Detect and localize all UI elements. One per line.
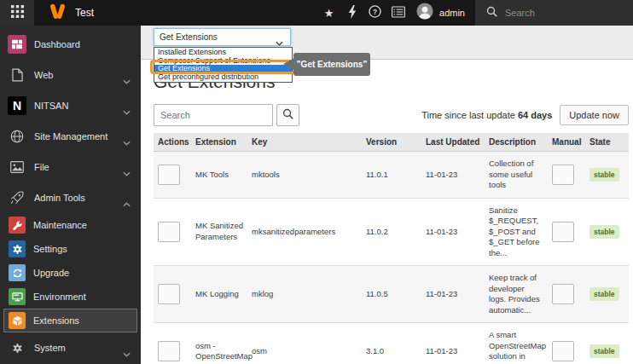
- manual-button[interactable]: [552, 341, 574, 361]
- monitor-icon: [9, 288, 26, 305]
- dropdown-option[interactable]: Installed Extensions: [154, 49, 292, 57]
- site-title: Test: [75, 7, 94, 19]
- column-header: Last Updated: [421, 133, 485, 152]
- sidebar-item-web[interactable]: Web: [0, 60, 141, 90]
- extension-description: Keep track of developer logs. Provides a…: [485, 266, 548, 323]
- module-menu: Dashboard Web N NITSAN Site Management F…: [0, 26, 141, 364]
- chevron-down-icon: [123, 345, 131, 350]
- image-icon: [8, 158, 26, 176]
- dashboard-icon: [8, 35, 26, 54]
- sidebar-item-extensions[interactable]: Extensions: [3, 309, 137, 332]
- state-badge: stable: [589, 344, 619, 359]
- chevron-down-icon: [276, 34, 284, 40]
- search-icon: [282, 108, 293, 122]
- chevron-down-icon: [123, 103, 131, 108]
- sidebar-item-dashboard[interactable]: Dashboard: [0, 29, 141, 60]
- search-icon: [486, 5, 497, 20]
- extension-description: A smart OpenStreetMap solution in TYPO3: [485, 323, 548, 364]
- dropdown-option[interactable]: Composer Support of Extensions: [154, 57, 292, 66]
- state-badge: stable: [589, 287, 619, 302]
- sidebar-item-upgrade[interactable]: Upgrade: [0, 261, 141, 285]
- user-menu[interactable]: admin: [409, 0, 475, 26]
- column-header: State: [585, 133, 629, 152]
- import-extension-button[interactable]: [158, 222, 180, 242]
- page-icon: [8, 66, 26, 84]
- avatar: [416, 3, 433, 23]
- list-icon: [392, 6, 405, 20]
- update-now-button[interactable]: Update now: [560, 105, 629, 125]
- extension-name: MK Logging: [191, 266, 247, 323]
- manual-button[interactable]: [552, 165, 574, 185]
- import-extension-button[interactable]: [158, 284, 180, 304]
- search-placeholder: Search: [505, 8, 535, 18]
- chevron-down-icon: [123, 72, 131, 78]
- extension-last-updated: 11-01-23: [421, 266, 485, 323]
- topbar: Test ★ ? admin Search: [0, 0, 633, 26]
- sidebar-item-environment[interactable]: Environment: [0, 285, 141, 309]
- refresh-icon: [9, 264, 26, 281]
- column-header: Manual: [548, 133, 585, 152]
- extension-version: 11.0.1: [362, 152, 421, 199]
- extension-version: 3.1.0: [362, 323, 421, 364]
- gear-icon: [9, 240, 26, 257]
- table-row: osm - OpenStreetMap osm 3.1.0 11-01-23 A…: [154, 323, 629, 364]
- sidebar-item-settings[interactable]: Settings: [0, 237, 141, 261]
- help-button[interactable]: ?: [363, 0, 386, 26]
- topbar-search[interactable]: Search: [475, 0, 633, 26]
- sidebar-item-file[interactable]: File: [0, 152, 141, 182]
- manual-button[interactable]: [552, 284, 574, 304]
- sidebar-item-nitsan[interactable]: N NITSAN: [0, 90, 141, 121]
- extension-last-updated: 11-01-23: [421, 323, 485, 364]
- toolbar: Time since last update 64 days Update no…: [154, 104, 629, 126]
- wrench-icon: [9, 217, 26, 234]
- dropdown-option[interactable]: Get preconfigured distribution: [154, 73, 292, 82]
- table-row: MK Tools mktools 11.0.1 11-01-23 Collect…: [154, 152, 629, 199]
- extension-key: mktools: [247, 152, 362, 199]
- state-badge: stable: [589, 225, 619, 240]
- grid-icon: [11, 5, 24, 21]
- dropdown-option[interactable]: Get Extensions: [154, 65, 292, 73]
- cube-icon: [9, 312, 26, 329]
- column-header: Description: [485, 133, 548, 152]
- gear-outline-icon: [8, 338, 26, 357]
- brand[interactable]: Test: [49, 3, 94, 23]
- system-information-button[interactable]: [386, 0, 409, 26]
- extension-search-input[interactable]: [154, 104, 273, 126]
- manual-button[interactable]: [552, 222, 574, 242]
- sidebar-item-maintenance[interactable]: Maintenance: [0, 213, 141, 237]
- extension-version: 11.0.2: [362, 198, 421, 266]
- state-badge: stable: [589, 168, 619, 182]
- action-dropdown[interactable]: Get Extensions: [154, 28, 291, 46]
- extension-version: 11.0.5: [362, 266, 421, 323]
- import-extension-button[interactable]: [158, 341, 180, 361]
- help-icon: ?: [369, 5, 381, 20]
- import-extension-button[interactable]: [158, 165, 180, 185]
- table-row: MK Logging mklog 11.0.5 11-01-23 Keep tr…: [154, 266, 629, 323]
- column-header: Key: [247, 133, 362, 152]
- globe-icon: [8, 127, 26, 146]
- last-update-info: Time since last update 64 days: [421, 110, 552, 120]
- sidebar-item-admin-tools[interactable]: Admin Tools: [0, 182, 141, 213]
- clear-cache-button[interactable]: [340, 0, 363, 26]
- column-header: Actions: [154, 133, 191, 152]
- search-button[interactable]: [276, 104, 299, 126]
- extension-last-updated: 11-01-23: [421, 152, 485, 199]
- sidebar-item-site-management[interactable]: Site Management: [0, 121, 141, 152]
- extension-last-updated: 11-01-23: [421, 198, 485, 266]
- action-dropdown-value: Get Extensions: [160, 32, 276, 42]
- callout-text: "Get Extensions": [297, 60, 367, 69]
- extension-key: osm: [247, 323, 362, 364]
- bookmarks-button[interactable]: ★: [317, 0, 340, 26]
- typo3-logo-icon: [49, 3, 67, 23]
- typo3-backend: Test ★ ? admin Search Dashboard Web N NI…: [0, 0, 633, 364]
- extension-key: mklog: [247, 266, 362, 323]
- extension-name: MK Tools: [191, 152, 247, 199]
- extension-name: osm - OpenStreetMap: [191, 323, 247, 364]
- module-body: Get Extensions Time since last update 64…: [141, 60, 633, 364]
- module-menu-toggle-button[interactable]: [0, 0, 34, 26]
- extension-description: Collection of some useful tools: [485, 152, 548, 199]
- sidebar-item-system[interactable]: System: [0, 332, 141, 363]
- callout-arrow-icon: [283, 58, 294, 70]
- annotation-callout: "Get Extensions": [293, 53, 370, 76]
- extension-key: mksanitizedparameters: [247, 198, 362, 266]
